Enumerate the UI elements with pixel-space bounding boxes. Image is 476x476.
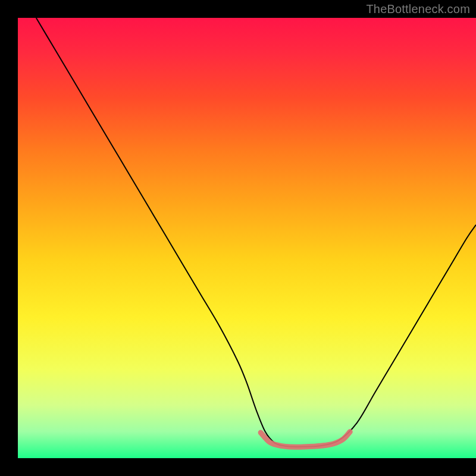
watermark-label: TheBottleneck.com bbox=[366, 2, 470, 16]
plot-background bbox=[18, 18, 476, 458]
chart-frame: TheBottleneck.com bbox=[0, 0, 476, 476]
bottleneck-chart bbox=[0, 0, 476, 476]
